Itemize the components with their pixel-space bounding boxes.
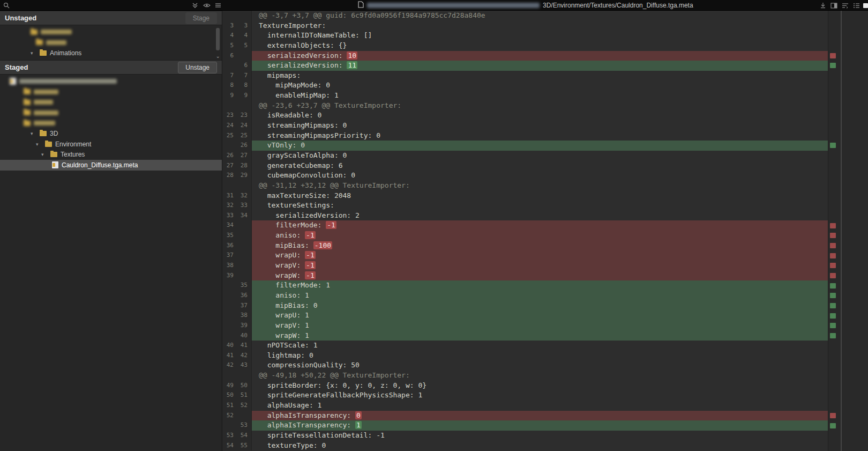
- diff-line[interactable]: 3233 textureSettings:: [223, 201, 828, 211]
- expand-arrow-icon[interactable]: ▾: [41, 152, 47, 157]
- search-icon[interactable]: [2, 2, 10, 9]
- diff-line[interactable]: 35 aniso: -1: [223, 231, 828, 241]
- scroll-down-icon[interactable]: ⌄: [216, 54, 220, 59]
- staged-item-3d[interactable]: ▾3D: [0, 129, 222, 139]
- stage-button[interactable]: Stage: [185, 12, 217, 24]
- diff-line[interactable]: 39 wrapV: 1: [223, 321, 828, 331]
- diff-line[interactable]: 4950 spriteBorder: {x: 0, y: 0, z: 0, w:…: [223, 381, 828, 391]
- unstage-button[interactable]: Unstage: [178, 62, 217, 73]
- new-line-number: 37: [237, 301, 252, 311]
- diff-line[interactable]: 99 enableMipMap: 1: [223, 91, 828, 101]
- diff-line[interactable]: 38 wrapV: -1: [223, 261, 828, 271]
- new-line-number: 24: [237, 121, 252, 131]
- diff-line[interactable]: 35 filterMode: 1: [223, 280, 828, 291]
- diff-line[interactable]: 5354 spriteTessellationDetail: -1: [223, 431, 828, 441]
- line-numbers-icon[interactable]: [852, 2, 860, 9]
- diff-line[interactable]: 33TextureImporter:: [223, 21, 828, 31]
- diff-line[interactable]: 4041 nPOTScale: 1: [223, 341, 828, 351]
- diff-line-text: filterMode: -1: [252, 220, 828, 231]
- new-line-number: 43: [237, 360, 252, 371]
- old-line-number: 23: [223, 110, 237, 121]
- old-line-number: 39: [223, 271, 237, 281]
- diff-line[interactable]: 3334 serializedVersion: 2: [223, 211, 828, 221]
- diff-line[interactable]: 34 filterMode: -1: [223, 220, 828, 231]
- diff-line[interactable]: 2323 isReadable: 0: [223, 110, 828, 121]
- diff-line[interactable]: 37 wrapU: -1: [223, 250, 828, 261]
- diff-line[interactable]: 38 wrapU: 1: [223, 310, 828, 321]
- diff-line-text: mipmaps:: [252, 71, 828, 81]
- dock-panel-icon[interactable]: [819, 2, 827, 9]
- diff-line[interactable]: 52 alphaIsTransparency: 0: [223, 411, 828, 421]
- window-icon[interactable]: [862, 2, 868, 9]
- diff-line[interactable]: 37 mipBias: 0: [223, 301, 828, 311]
- unstaged-item-animations[interactable]: ▾Animations: [0, 48, 222, 58]
- staged-item-redacted[interactable]: [0, 97, 222, 108]
- diff-scrollbar[interactable]: [828, 11, 868, 451]
- unstaged-item-redacted[interactable]: [0, 38, 222, 48]
- diff-map-mark: [830, 293, 836, 298]
- staged-item-redacted[interactable]: [0, 76, 222, 87]
- diff-hunk-header[interactable]: @@ -49,18 +50,22 @@ TextureImporter:: [223, 371, 828, 381]
- diff-line[interactable]: 6 serializedVersion: 11: [223, 61, 828, 71]
- menu-icon[interactable]: [214, 2, 222, 9]
- file-icon: [52, 161, 58, 168]
- diff-line[interactable]: 4142 lightmap: 0: [223, 351, 828, 361]
- staged-item-textures[interactable]: ▾Textures: [0, 150, 222, 160]
- diff-line-text: generateCubemap: 6: [252, 161, 828, 171]
- diff-line-text: @@ -49,18 +50,22 @@ TextureImporter:: [252, 371, 828, 381]
- unstaged-item-redacted[interactable]: [0, 27, 222, 38]
- diff-line[interactable]: 5152 alphaUsage: 1: [223, 401, 828, 411]
- staged-item-cauldron-diffuse-tga-meta[interactable]: Cauldron_Diffuse.tga.meta: [0, 160, 222, 171]
- diff-line[interactable]: 44 internalIDToNameTable: []: [223, 31, 828, 41]
- diff-line[interactable]: 36 aniso: 1: [223, 291, 828, 301]
- diff-line-text: filterMode: 1: [252, 280, 828, 291]
- old-line-number: 28: [223, 171, 237, 181]
- diff-line[interactable]: 26 vTOnly: 0: [223, 141, 828, 151]
- diff-line[interactable]: 2525 streamingMipmapsPriority: 0: [223, 131, 828, 141]
- old-line-number: 40: [223, 341, 237, 351]
- diff-line[interactable]: 2829 cubemapConvolution: 0: [223, 171, 828, 181]
- diff-line[interactable]: 53 alphaIsTransparency: 1: [223, 420, 828, 431]
- diff-hunk-header[interactable]: @@ -3,7 +3,7 @@ guid: 6c9fd0a0956f1984a9…: [223, 11, 828, 21]
- unstaged-scrollbar[interactable]: [216, 28, 220, 50]
- diff-line-text: TextureImporter:: [252, 21, 828, 31]
- old-line-number: [223, 141, 237, 151]
- changed-value-highlight: 11: [347, 61, 357, 69]
- expand-arrow-icon[interactable]: ▾: [31, 50, 36, 56]
- diff-line[interactable]: 77 mipmaps:: [223, 71, 828, 81]
- staged-item-redacted[interactable]: [0, 87, 222, 98]
- new-line-number: 53: [237, 420, 252, 431]
- diff-line[interactable]: 4243 compressionQuality: 50: [223, 360, 828, 371]
- staged-item-environment[interactable]: ▾Environment: [0, 139, 222, 150]
- diff-line-text: wrapU: 1: [252, 310, 828, 321]
- diff-line[interactable]: 3132 maxTextureSize: 2048: [223, 191, 828, 201]
- diff-line[interactable]: 88 mipMapMode: 0: [223, 80, 828, 91]
- scrollbar-thumb[interactable]: [841, 11, 842, 451]
- diff-hunk-header[interactable]: @@ -31,12 +32,12 @@ TextureImporter:: [223, 181, 828, 191]
- diff-line[interactable]: 5051 spriteGenerateFallbackPhysicsShape:…: [223, 390, 828, 401]
- diff-hunk-header[interactable]: @@ -23,6 +23,7 @@ TextureImporter:: [223, 101, 828, 111]
- diff-line-text: textureType: 0: [252, 441, 828, 451]
- word-wrap-icon[interactable]: [841, 2, 849, 9]
- diff-line[interactable]: 55 externalObjects: {}: [223, 41, 828, 51]
- expand-arrow-icon[interactable]: ▾: [36, 142, 42, 147]
- diff-line[interactable]: 39 wrapW: -1: [223, 271, 828, 281]
- diff-line[interactable]: 40 wrapW: 1: [223, 331, 828, 341]
- diff-line[interactable]: 2627 grayScaleToAlpha: 0: [223, 151, 828, 161]
- diff-line[interactable]: 6 serializedVersion: 10: [223, 51, 828, 61]
- collapse-all-icon[interactable]: [191, 2, 199, 9]
- diff-line-text: mipBias: 0: [252, 301, 828, 311]
- diff-line[interactable]: 36 mipBias: -100: [223, 241, 828, 251]
- staged-item-redacted[interactable]: [0, 108, 222, 119]
- new-line-number: 29: [237, 171, 252, 181]
- staged-item-redacted[interactable]: [0, 118, 222, 129]
- diff-line[interactable]: 5455 textureType: 0: [223, 441, 828, 451]
- diff-line[interactable]: 2728 generateCubemap: 6: [223, 161, 828, 171]
- diff-line-text: alphaIsTransparency: 1: [252, 420, 828, 431]
- new-line-number: [237, 241, 252, 251]
- diff-line-text: wrapU: -1: [252, 250, 828, 261]
- preview-eye-icon[interactable]: [203, 2, 211, 9]
- expand-arrow-icon[interactable]: ▾: [31, 131, 36, 136]
- diff-line[interactable]: 2424 streamingMipmaps: 0: [223, 121, 828, 131]
- split-view-icon[interactable]: [830, 2, 838, 9]
